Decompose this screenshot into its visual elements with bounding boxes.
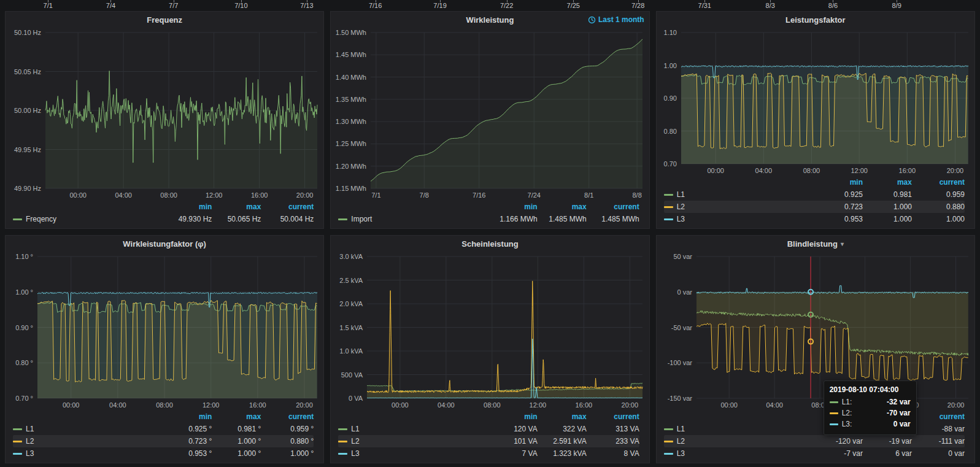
panel-header[interactable]: Wirkleistung Last 1 month — [331, 12, 649, 28]
legend-current-value: 0.959 ° — [261, 425, 314, 433]
legend-header-current[interactable]: current — [912, 178, 965, 187]
legend-series-name[interactable]: Import — [351, 215, 372, 223]
legend-header-current[interactable]: current — [587, 203, 639, 211]
series-color-swatch — [13, 218, 22, 220]
legend-series-name[interactable]: L3 — [26, 449, 34, 458]
svg-text:00:00: 00:00 — [720, 401, 738, 409]
series-color-swatch — [664, 206, 673, 208]
series-color-swatch — [13, 441, 22, 442]
svg-text:00:00: 00:00 — [69, 191, 87, 199]
wirkleistungfaktor-legend: minmaxcurrentL10.925 °0.981 °0.959 °L20.… — [6, 411, 323, 463]
legend-min-value: 0.723 ° — [163, 437, 212, 446]
panel-title[interactable]: Wirkleistungfaktor (φ) — [123, 239, 206, 249]
legend-row-l2: L2101 VA2.591 kVA233 VA — [338, 435, 639, 447]
svg-text:8/8: 8/8 — [633, 191, 642, 199]
legend-header-row: minmaxcurrent — [13, 411, 314, 423]
time-axis-label: 7/16 — [369, 2, 382, 9]
legend-series-name[interactable]: L2 — [677, 437, 685, 446]
legend-header-min[interactable]: min — [488, 203, 538, 211]
legend-series-name[interactable]: L2 — [677, 203, 685, 211]
panel-title[interactable]: Leistungsfaktor — [785, 15, 846, 25]
legend-max-value: 2.591 kVA — [538, 437, 587, 446]
legend-series-name[interactable]: L2 — [351, 437, 359, 446]
legend-max-value: 6 var — [863, 449, 912, 458]
legend-header-max[interactable]: max — [212, 203, 261, 211]
panel-title[interactable]: Wirkleistung — [466, 15, 514, 25]
svg-text:20:00: 20:00 — [622, 401, 639, 409]
panel-header[interactable]: Scheinleistung — [331, 236, 649, 252]
svg-text:7/16: 7/16 — [473, 191, 485, 199]
series-color-swatch — [830, 423, 838, 425]
legend-series-name[interactable]: L1 — [677, 425, 685, 433]
panel-title[interactable]: Blindleistung ▾ — [787, 239, 844, 249]
legend-header-max[interactable]: max — [538, 203, 587, 211]
chevron-down-icon[interactable]: ▾ — [841, 241, 844, 247]
legend-header-current[interactable]: current — [261, 412, 314, 421]
legend-header-current[interactable]: current — [261, 203, 314, 211]
panel-header[interactable]: Wirkleistungfaktor (φ) — [6, 236, 323, 252]
panel-wirkleistung: Wirkleistung Last 1 month 1.50 MWh1.45 M… — [330, 11, 649, 229]
legend-header-min[interactable]: min — [488, 412, 538, 421]
legend-max-value: 322 VA — [538, 425, 587, 433]
legend-series-name[interactable]: Freqency — [26, 215, 56, 223]
legend-header-max[interactable]: max — [212, 412, 261, 421]
svg-text:1.00 °: 1.00 ° — [15, 288, 33, 296]
legend-series-name[interactable]: L3 — [351, 449, 359, 458]
legend-min-value: 0.723 — [814, 203, 863, 211]
legend-row-l2: L2-120 var-19 var-111 var — [664, 435, 965, 447]
time-axis-label: 7/13 — [300, 2, 313, 9]
legend-header-current[interactable]: current — [587, 412, 639, 421]
series-color-swatch — [664, 218, 673, 220]
panel-header[interactable]: Frequenz — [6, 12, 323, 28]
svg-text:1.45 MWh: 1.45 MWh — [336, 51, 366, 58]
legend-current-value: 8 VA — [587, 449, 639, 458]
legend-row-l2: L20.7231.0000.880 — [664, 201, 965, 213]
panel-title[interactable]: Scheinleistung — [461, 239, 518, 249]
svg-text:49.95 Hz: 49.95 Hz — [14, 146, 41, 153]
svg-text:16:00: 16:00 — [576, 401, 593, 409]
legend-header-min[interactable]: min — [814, 178, 863, 187]
legend-max-value: 1.000 — [863, 215, 912, 223]
legend-max-value: 0.981 — [863, 190, 912, 199]
wirkleistungfaktor-chart-canvas[interactable]: 1.10 °1.00 °0.90 °0.80 °0.70 °00:0004:00… — [6, 252, 323, 411]
time-axis-label: 7/28 — [631, 2, 644, 9]
panel-header[interactable]: Blindleistung ▾ — [657, 236, 974, 252]
legend-row-l1: L10.925 °0.981 °0.959 ° — [13, 423, 314, 435]
legend-header-max[interactable]: max — [538, 412, 587, 421]
legend-series-name[interactable]: L1 — [677, 190, 685, 199]
panel-title[interactable]: Frequenz — [147, 15, 182, 25]
scheinleistung-chart-canvas[interactable]: 3.0 kVA2.5 kVA2.0 kVA1.5 kVA1.0 kVA500 V… — [331, 252, 649, 411]
legend-header-current[interactable]: current — [912, 412, 965, 421]
tooltip-series-label: L1: — [842, 398, 852, 406]
grafana-dashboard: 7/17/47/77/107/137/167/197/227/257/287/3… — [0, 0, 980, 467]
legend-max-value: 50.065 Hz — [212, 215, 261, 223]
legend-series-name[interactable]: L2 — [26, 437, 34, 446]
legend-header-max[interactable]: max — [863, 178, 912, 187]
blindleistung-chart-canvas[interactable]: 50 var0 var-50 var-100 var-150 var00:000… — [657, 252, 974, 411]
svg-text:08:00: 08:00 — [156, 401, 173, 409]
legend-header-row: minmaxcurrent — [664, 176, 965, 188]
time-axis-label: 8/6 — [828, 2, 838, 9]
leistungsfaktor-chart-canvas[interactable]: 1.101.000.900.800.7000:0004:0008:0012:00… — [657, 28, 974, 176]
wirkleistung-chart-canvas[interactable]: 1.50 MWh1.45 MWh1.40 MWh1.35 MWh1.30 MWh… — [331, 28, 649, 201]
series-color-swatch — [664, 441, 673, 442]
panel-header[interactable]: Leistungsfaktor — [657, 12, 974, 28]
legend-header-min[interactable]: min — [163, 412, 212, 421]
legend-row-l1: L1120 VA322 VA313 VA — [338, 423, 639, 435]
panel-scheinleistung: Scheinleistung 3.0 kVA2.5 kVA2.0 kVA1.5 … — [330, 235, 649, 463]
legend-row-freqency: Freqency49.930 Hz50.065 Hz50.004 Hz — [13, 213, 314, 225]
legend-series-name[interactable]: L1 — [351, 425, 359, 433]
svg-text:0.80: 0.80 — [663, 128, 676, 135]
frequenz-chart-canvas[interactable]: 50.10 Hz50.05 Hz50.00 Hz49.95 Hz49.90 Hz… — [6, 28, 323, 201]
legend-series-name[interactable]: L1 — [26, 425, 34, 433]
svg-text:12:00: 12:00 — [206, 191, 223, 199]
legend-series-name[interactable]: L3 — [677, 215, 685, 223]
svg-text:12:00: 12:00 — [530, 401, 547, 409]
tooltip-series-label: L2: — [842, 409, 852, 417]
blindleistung-legend: minmaxcurrentL1-19 var-88 varL2-120 var-… — [657, 411, 974, 463]
legend-header-min[interactable]: min — [163, 203, 212, 211]
legend-row-l3: L37 VA1.323 kVA8 VA — [338, 447, 639, 460]
series-color-swatch — [664, 428, 673, 430]
legend-series-name[interactable]: L3 — [677, 449, 685, 458]
svg-text:04:00: 04:00 — [109, 401, 126, 409]
